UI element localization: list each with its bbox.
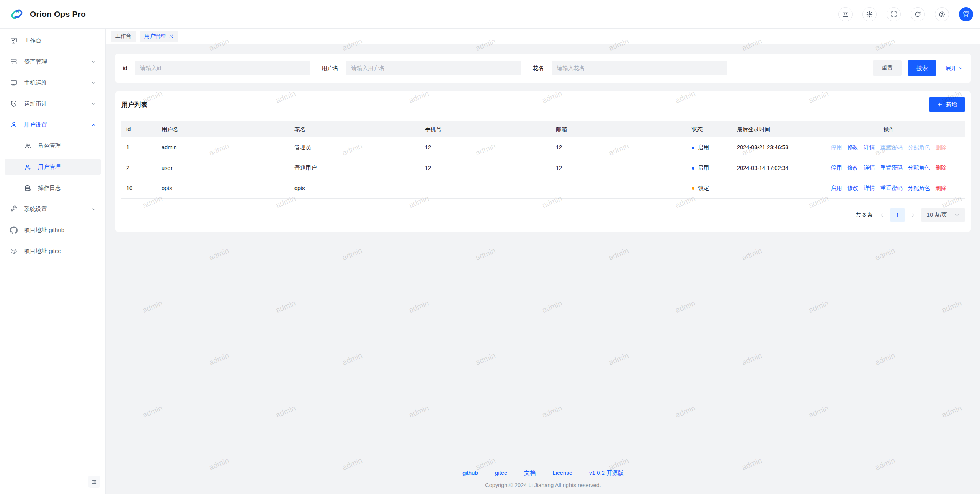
footer-link-license[interactable]: License (552, 470, 572, 477)
column-header-nickname: 花名 (289, 121, 420, 137)
sidebar-item-label: 运维审计 (24, 100, 91, 108)
chevron-up-icon (91, 122, 96, 127)
add-button-label: 新增 (946, 101, 957, 108)
tab-workbench[interactable]: 工作台 (111, 31, 136, 42)
reset-button[interactable]: 重置 (873, 60, 902, 76)
nickname-input[interactable] (552, 61, 727, 75)
footer-copyright: Copyright© 2024 Li Jiahang All rights re… (115, 482, 971, 488)
sidebar-item-audit[interactable]: 运维审计 (5, 96, 101, 112)
cell-last-login: 2024-03-14 17:02:34 (732, 158, 812, 178)
status-label: 启用 (698, 165, 709, 171)
column-header-mobile: 手机号 (420, 121, 551, 137)
host-icon (10, 79, 18, 86)
action-link[interactable]: 修改 (848, 165, 859, 171)
cell-last-login: 2024-03-21 23:46:53 (732, 137, 812, 158)
cell-username: user (157, 158, 289, 178)
cell-id: 1 (121, 137, 157, 158)
action-link[interactable]: 重置密码 (880, 165, 903, 171)
cell-actions: 启用修改详情重置密码分配角色删除 (812, 178, 965, 198)
settings-button[interactable] (935, 7, 949, 21)
action-link[interactable]: 修改 (848, 185, 859, 191)
footer-link-docs[interactable]: 文档 (524, 470, 536, 477)
column-header-email: 邮箱 (551, 121, 687, 137)
fullscreen-button[interactable] (887, 7, 901, 21)
chevron-down-icon (959, 66, 963, 70)
sidebar-item-assets[interactable]: 资产管理 (5, 54, 101, 70)
cell-actions: 停用修改详情重置密码分配角色删除 (812, 158, 965, 178)
user-list-card: 用户列表 新增 id 用户名 花名 (115, 91, 971, 232)
field-label: id (123, 65, 127, 71)
search-button[interactable]: 搜索 (908, 60, 936, 76)
chevron-right-icon[interactable] (910, 212, 916, 218)
sidebar-item-system-settings[interactable]: 系统设置 (5, 201, 101, 217)
action-link[interactable]: 详情 (864, 185, 875, 191)
code-window-button[interactable] (838, 7, 853, 21)
column-header-username: 用户名 (157, 121, 289, 137)
status-dot (692, 167, 694, 170)
footer-link-github[interactable]: github (462, 470, 478, 477)
action-link[interactable]: 分配角色 (908, 144, 930, 150)
sidebar-item-user-settings[interactable]: 用户设置 (5, 117, 101, 133)
sidebar-item-role-management[interactable]: 角色管理 (5, 138, 101, 154)
table-header-row: id 用户名 花名 手机号 邮箱 状态 最后登录时间 操作 (121, 121, 965, 137)
search-actions: 重置 搜索 展开 (873, 60, 963, 76)
action-link[interactable]: 删除 (936, 185, 947, 191)
expand-label: 展开 (946, 65, 957, 72)
pagination-total: 共 3 条 (856, 211, 873, 218)
cell-username: opts (157, 178, 289, 198)
action-link[interactable]: 停用 (831, 144, 842, 150)
field-label: 用户名 (322, 65, 338, 72)
page-footer: github gitee 文档 License v1.0.2 开源版 Copyr… (115, 470, 971, 494)
action-link[interactable]: 启用 (831, 185, 842, 191)
action-link[interactable]: 删除 (936, 144, 947, 150)
sidebar-item-label: 资产管理 (24, 58, 91, 65)
avatar[interactable]: 管 (959, 7, 973, 21)
page-number-1[interactable]: 1 (890, 208, 905, 222)
status-dot (692, 147, 694, 149)
chevron-down-icon (91, 80, 96, 85)
sidebar-item-operation-logs[interactable]: 操作日志 (5, 180, 101, 196)
username-input[interactable] (346, 61, 521, 75)
cell-mobile (420, 178, 551, 198)
main-area: 工作台 用户管理 id 用户名 花名 重置 (106, 29, 980, 494)
refresh-icon (914, 11, 921, 18)
id-input[interactable] (135, 61, 310, 75)
audit-shield-icon (10, 100, 18, 108)
sidebar-item-user-management[interactable]: 用户管理 (5, 159, 101, 175)
theme-toggle-button[interactable] (862, 7, 877, 21)
action-link[interactable]: 重置密码 (880, 185, 903, 191)
sidebar-item-label: 用户设置 (24, 121, 91, 129)
refresh-button[interactable] (911, 7, 925, 21)
chevron-left-icon[interactable] (879, 212, 885, 218)
action-link[interactable]: 分配角色 (908, 165, 930, 171)
action-link[interactable]: 修改 (848, 144, 859, 150)
cell-nickname: opts (289, 178, 420, 198)
sidebar-item-workbench[interactable]: 工作台 (5, 33, 101, 49)
sidebar-collapse-button[interactable] (88, 476, 100, 488)
cell-id: 2 (121, 158, 157, 178)
page-size-select[interactable]: 10 条/页 (921, 208, 965, 222)
close-icon[interactable] (169, 34, 173, 39)
sidebar-item-label: 角色管理 (38, 142, 96, 150)
expand-toggle[interactable]: 展开 (946, 65, 963, 72)
footer-link-version[interactable]: v1.0.2 开源版 (589, 470, 624, 477)
add-user-button[interactable]: 新增 (929, 97, 965, 112)
card-head: 用户列表 新增 (121, 97, 965, 112)
tab-user-management[interactable]: 用户管理 (140, 31, 178, 42)
action-link[interactable]: 删除 (936, 165, 947, 171)
sidebar-item-hosts[interactable]: 主机运维 (5, 75, 101, 91)
status-dot (692, 187, 694, 190)
chevron-down-icon (955, 213, 959, 217)
action-link[interactable]: 详情 (864, 165, 875, 171)
action-link[interactable]: 停用 (831, 165, 842, 171)
footer-link-gitee[interactable]: gitee (495, 470, 508, 477)
action-link[interactable]: 重置密码 (880, 144, 903, 150)
sidebar-item-github-link[interactable]: 项目地址 github (5, 222, 101, 238)
action-link[interactable]: 详情 (864, 144, 875, 150)
sidebar-item-gitee-link[interactable]: 项目地址 gitee (5, 243, 101, 259)
action-link[interactable]: 分配角色 (908, 185, 930, 191)
sidebar: 工作台 资产管理 主机运维 (0, 29, 106, 494)
sidebar-item-label: 工作台 (24, 37, 96, 44)
user-icon (10, 121, 18, 129)
github-icon (10, 226, 18, 234)
